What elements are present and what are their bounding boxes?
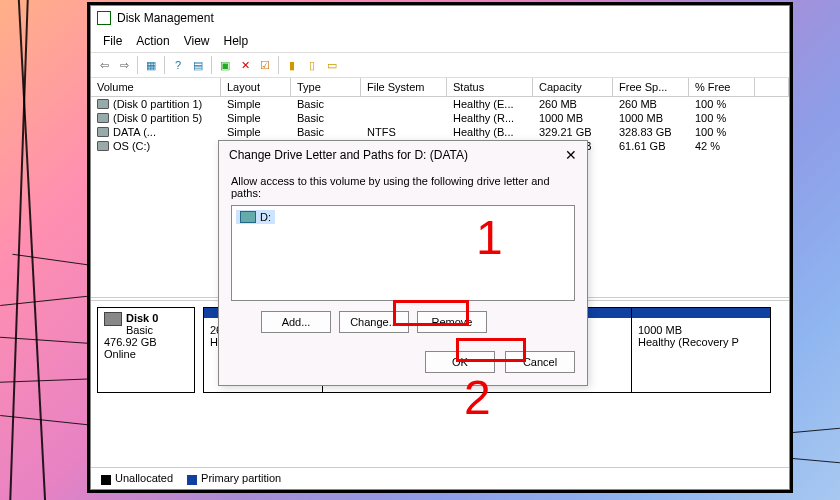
up-icon[interactable]: ▦	[142, 56, 160, 74]
forward-icon[interactable]: ⇨	[115, 56, 133, 74]
menu-view[interactable]: View	[178, 32, 216, 50]
legend: Unallocated Primary partition	[91, 467, 789, 489]
col-pctfree[interactable]: % Free	[689, 78, 755, 96]
disk-name: Disk 0	[126, 312, 158, 324]
legend-unallocated-swatch	[101, 475, 111, 485]
app-icon	[97, 11, 111, 25]
table-row[interactable]: DATA (...SimpleBasicNTFSHealthy (B...329…	[91, 125, 789, 139]
col-status[interactable]: Status	[447, 78, 533, 96]
add-button[interactable]: Add...	[261, 311, 331, 333]
col-freespace[interactable]: Free Sp...	[613, 78, 689, 96]
drive-letter-list[interactable]: D:	[231, 205, 575, 301]
menu-action[interactable]: Action	[130, 32, 175, 50]
col-type[interactable]: Type	[291, 78, 361, 96]
window-title: Disk Management	[117, 11, 214, 25]
titlebar[interactable]: Disk Management	[91, 6, 789, 30]
volume-list-header: Volume Layout Type File System Status Ca…	[91, 78, 789, 97]
col-volume[interactable]: Volume	[91, 78, 221, 96]
disk-card[interactable]: Disk 0 Basic 476.92 GB Online	[97, 307, 195, 393]
volume-icon	[97, 141, 109, 151]
remove-button[interactable]: Remove	[417, 311, 487, 333]
disk-size: 476.92 GB	[104, 336, 157, 348]
menu-help[interactable]: Help	[218, 32, 255, 50]
menu-file[interactable]: File	[97, 32, 128, 50]
close-icon[interactable]: ✕	[565, 147, 577, 163]
toolbar: ⇦ ⇨ ▦ ? ▤ ▣ ✕ ☑ ▮ ▯ ▭	[91, 52, 789, 78]
legend-unallocated-label: Unallocated	[115, 472, 173, 484]
menubar: File Action View Help	[91, 30, 789, 52]
volume-icon	[97, 127, 109, 137]
col-spacer	[755, 78, 789, 96]
settings-icon[interactable]: ▯	[303, 56, 321, 74]
partition[interactable]: 1000 MBHealthy (Recovery P	[631, 307, 771, 393]
dialog-titlebar[interactable]: Change Drive Letter and Paths for D: (DA…	[219, 141, 587, 169]
legend-primary-swatch	[187, 475, 197, 485]
change-button[interactable]: Change...	[339, 311, 409, 333]
table-row[interactable]: (Disk 0 partition 5)SimpleBasicHealthy (…	[91, 111, 789, 125]
new-icon[interactable]: ▮	[283, 56, 301, 74]
col-filesystem[interactable]: File System	[361, 78, 447, 96]
disk-type: Basic	[126, 324, 153, 336]
col-capacity[interactable]: Capacity	[533, 78, 613, 96]
drive-icon	[240, 211, 256, 223]
check-icon[interactable]: ☑	[256, 56, 274, 74]
list-icon[interactable]: ▭	[323, 56, 341, 74]
dialog-title: Change Drive Letter and Paths for D: (DA…	[229, 148, 468, 162]
list-item[interactable]: D:	[236, 210, 275, 224]
refresh-icon[interactable]: ▣	[216, 56, 234, 74]
col-layout[interactable]: Layout	[221, 78, 291, 96]
volume-icon	[97, 113, 109, 123]
disk-status: Online	[104, 348, 136, 360]
legend-primary-label: Primary partition	[201, 472, 281, 484]
properties-icon[interactable]: ▤	[189, 56, 207, 74]
ok-button[interactable]: OK	[425, 351, 495, 373]
back-icon[interactable]: ⇦	[95, 56, 113, 74]
drive-letter-label: D:	[260, 211, 271, 223]
cancel-button[interactable]: Cancel	[505, 351, 575, 373]
disk-icon	[104, 312, 122, 326]
change-drive-letter-dialog: Change Drive Letter and Paths for D: (DA…	[218, 140, 588, 386]
dialog-message: Allow access to this volume by using the…	[231, 175, 575, 199]
delete-icon[interactable]: ✕	[236, 56, 254, 74]
table-row[interactable]: (Disk 0 partition 1)SimpleBasicHealthy (…	[91, 97, 789, 111]
volume-icon	[97, 99, 109, 109]
help-icon[interactable]: ?	[169, 56, 187, 74]
